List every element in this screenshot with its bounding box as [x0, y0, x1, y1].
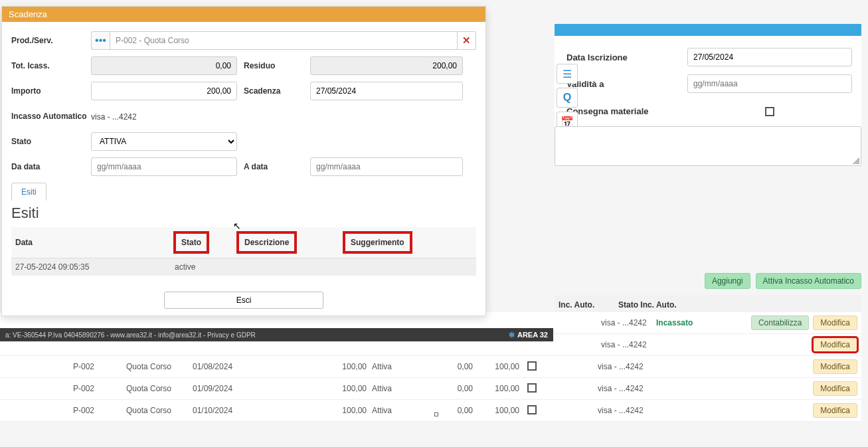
- label-incasso-auto: Incasso Automatico: [11, 112, 91, 121]
- cell-importo: 100,00: [283, 362, 369, 371]
- label-tot-icass: Tot. Icass.: [11, 61, 91, 70]
- cell-date: 01/10/2024: [190, 406, 283, 415]
- checkbox-consegna[interactable]: [765, 107, 774, 116]
- resize-handle-icon[interactable]: [853, 157, 859, 164]
- cell-pname: Quota Corso: [124, 406, 190, 415]
- cell-stato: Attiva: [369, 406, 409, 415]
- list-icon[interactable]: ☰: [557, 64, 578, 84]
- cell-pname: Quota Corso: [124, 362, 190, 371]
- section-title-esiti: Esiti: [11, 205, 476, 222]
- prod-lookup-button[interactable]: •••: [91, 31, 110, 50]
- row-checkbox[interactable]: [527, 361, 537, 371]
- modifica-button[interactable]: Modifica: [813, 381, 857, 396]
- modifica-button[interactable]: Modifica: [813, 403, 857, 418]
- cell-data: 27-05-2024 09:05:35: [11, 258, 171, 276]
- cell-importo: 100,00: [283, 384, 369, 393]
- modifica-button[interactable]: Modifica: [813, 359, 857, 374]
- cell-pname: Quota Corso: [124, 384, 190, 393]
- importo-input[interactable]: [91, 82, 237, 100]
- cell-card: visa - ...4242: [595, 406, 655, 415]
- cell-val1: 0,00: [409, 384, 476, 393]
- cell-stato: active: [171, 258, 234, 276]
- input-validita[interactable]: [687, 74, 852, 93]
- label-importo: Importo: [11, 86, 91, 96]
- label-data-iscrizione: Data Iscrizione: [566, 52, 679, 62]
- label-stato: Stato: [11, 137, 91, 146]
- cell-card: visa - ...4242: [595, 384, 655, 393]
- input-data-iscrizione[interactable]: [687, 48, 852, 66]
- label-prod: Prod./Serv.: [11, 36, 91, 45]
- esci-button[interactable]: Esci: [164, 292, 323, 309]
- col-descrizione: Descrizione: [234, 227, 340, 258]
- scadenza-date-input[interactable]: [310, 82, 463, 100]
- cell-stato-inc: Incassato: [653, 318, 751, 327]
- modifica-button[interactable]: Modifica: [813, 315, 857, 330]
- col-data: Data: [11, 227, 171, 258]
- da-data-input[interactable]: [91, 157, 237, 176]
- row-checkbox[interactable]: [527, 405, 537, 414]
- label-validita: Validità a: [566, 79, 679, 89]
- stato-select[interactable]: ATTIVA: [91, 132, 237, 151]
- cell-card: visa - ...4242: [595, 362, 655, 371]
- cell-val1: 0,00: [409, 362, 476, 371]
- aggiungi-button[interactable]: Aggiungi: [705, 273, 750, 289]
- cell-date: 01/08/2024: [190, 362, 283, 371]
- tab-esiti[interactable]: Esiti: [11, 183, 46, 201]
- label-scadenza: Scadenza: [237, 86, 310, 96]
- label-consegna: Consegna materiale: [566, 106, 679, 116]
- resize-anchor-icon: [434, 412, 438, 416]
- prod-clear-button[interactable]: ✕: [458, 31, 476, 50]
- search-icon[interactable]: Q: [557, 88, 578, 108]
- col-inc-auto: Inc. Auto.: [559, 300, 618, 310]
- grid-row[interactable]: P-002 Quota Corso 01/09/2024 100,00 Atti…: [0, 378, 861, 400]
- cell-card: visa - ...4242: [598, 340, 658, 349]
- status-bar: a: VE-360544 P.Iva 04045890276 - www.are…: [0, 328, 553, 341]
- contabilizza-button[interactable]: Contabilizza: [751, 315, 809, 330]
- label-a-data: A data: [237, 162, 310, 171]
- label-da-data: Da data: [11, 162, 91, 171]
- cell-pcode: P-002: [70, 384, 124, 393]
- cell-card: visa - ...4242: [598, 318, 653, 327]
- grid-row[interactable]: P-002 Quota Corso 01/08/2024 100,00 Atti…: [0, 356, 861, 378]
- cell-suggerimento: [340, 258, 476, 276]
- modifica-button[interactable]: Modifica: [813, 337, 857, 352]
- action-bar: Aggiungi Attiva Incasso Automatico: [555, 273, 861, 289]
- attiva-incasso-button[interactable]: Attiva Incasso Automatico: [756, 273, 861, 289]
- cell-stato: Attiva: [369, 362, 409, 371]
- row-checkbox[interactable]: [527, 383, 537, 393]
- cell-val2: 100,00: [476, 384, 522, 393]
- notes-area[interactable]: [555, 126, 861, 166]
- cell-descrizione: [234, 258, 340, 276]
- esiti-row[interactable]: 27-05-2024 09:05:35 active: [11, 258, 476, 276]
- cell-stato: Attiva: [369, 384, 409, 393]
- scadenza-modal: Scadenza Prod./Serv. ••• ✕ Tot. Icass. R…: [1, 6, 486, 316]
- prod-input[interactable]: [110, 31, 458, 50]
- brand-logo: AREA 32: [509, 331, 548, 339]
- residuo-input: [310, 56, 463, 75]
- cell-date: 01/09/2024: [190, 384, 283, 393]
- background-panel: Data Iscrizione Validità a Consegna mate…: [555, 36, 861, 131]
- tot-icass-input: [91, 56, 237, 75]
- col-suggerimento: Suggerimento: [340, 227, 476, 258]
- cell-val2: 100,00: [476, 362, 522, 371]
- esiti-table: Data Stato Descrizione Suggerimento 27-0…: [11, 227, 476, 276]
- cell-val2: 100,00: [476, 406, 522, 415]
- side-icon-column: ☰ Q 📅: [557, 64, 578, 132]
- col-stato: Stato: [171, 227, 234, 258]
- cell-val1: 0,00: [409, 406, 476, 415]
- cell-pcode: P-002: [70, 406, 124, 415]
- grid-row[interactable]: P-002 Quota Corso 01/10/2024 100,00 Atti…: [0, 400, 861, 422]
- background-header-strip: [555, 24, 861, 36]
- incasso-auto-value: visa - ...4242: [91, 112, 137, 122]
- label-residuo: Residuo: [237, 61, 310, 70]
- cell-importo: 100,00: [283, 406, 369, 415]
- col-stato-inc: Stato Inc. Auto.: [618, 300, 857, 310]
- status-text: a: VE-360544 P.Iva 04045890276 - www.are…: [5, 331, 256, 339]
- a-data-input[interactable]: [310, 157, 463, 176]
- modal-title: Scadenza: [2, 7, 485, 22]
- cell-pcode: P-002: [70, 362, 124, 371]
